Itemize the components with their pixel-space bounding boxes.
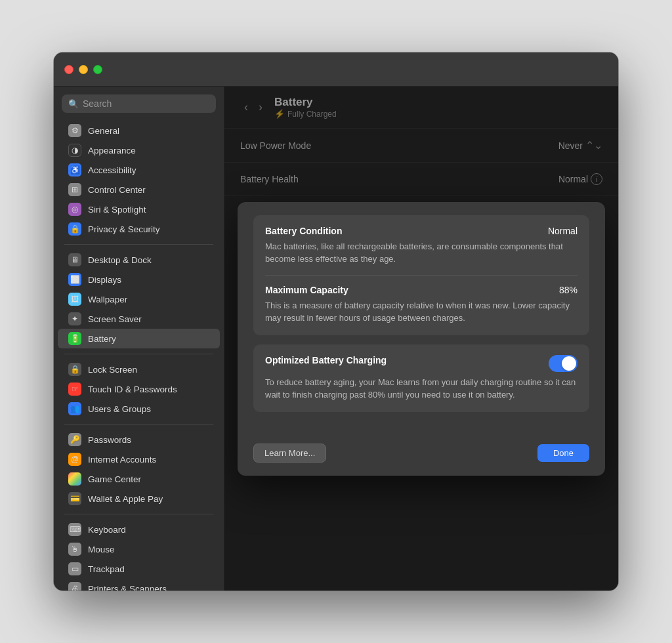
sidebar-label-gamecenter: Game Center [88, 474, 141, 484]
sidebar-label-wallpaper: Wallpaper [88, 295, 127, 304]
sidebar-item-gamecenter[interactable]: Game Center [58, 469, 220, 489]
desktop-icon: 🖥 [68, 253, 81, 266]
keyboard-icon: ⌨ [68, 523, 81, 536]
appearance-icon: ◑ [68, 144, 81, 157]
optimized-charging-section: Optimized Battery Charging To reduce bat… [253, 344, 589, 412]
battery-icon: 🔋 [68, 332, 81, 345]
search-icon: 🔍 [68, 99, 79, 109]
search-placeholder: Search [83, 98, 112, 109]
battery-condition-row: Battery Condition Normal [265, 226, 578, 236]
accessibility-icon: ♿ [68, 163, 81, 176]
sidebar-label-privacy: Privacy & Security [88, 224, 160, 234]
sidebar-label-control-center: Control Center [88, 185, 146, 195]
done-button[interactable]: Done [537, 444, 589, 462]
toggle-knob [562, 356, 576, 371]
sidebar-label-displays: Displays [88, 275, 121, 285]
trackpad-icon: ▭ [68, 562, 81, 575]
sidebar-label-passwords: Passwords [88, 435, 131, 445]
sidebar-item-wallpaper[interactable]: 🖼 Wallpaper [58, 289, 220, 309]
passwords-icon: 🔑 [68, 433, 81, 446]
internet-icon: @ [68, 453, 81, 466]
screensaver-icon: ✦ [68, 312, 81, 325]
sidebar-item-desktop[interactable]: 🖥 Desktop & Dock [58, 250, 220, 270]
modal-footer: Learn More... Done [238, 434, 605, 476]
sidebar-item-appearance[interactable]: ◑ Appearance [58, 140, 220, 160]
sidebar-item-siri[interactable]: ◎ Siri & Spotlight [58, 199, 220, 219]
sidebar-label-lockscreen: Lock Screen [88, 365, 137, 375]
sidebar-label-appearance: Appearance [88, 146, 136, 156]
battery-condition-desc: Mac batteries, like all rechargeable bat… [265, 240, 578, 266]
sidebar-label-users: Users & Groups [88, 404, 151, 414]
main-layout: 🔍 Search ⚙ General ◑ Appearance ♿ Access… [54, 87, 618, 591]
search-box[interactable]: 🔍 Search [62, 94, 216, 113]
sidebar-separator-1 [64, 244, 213, 245]
sidebar-item-passwords[interactable]: 🔑 Passwords [58, 430, 220, 449]
displays-icon: ⬜ [68, 273, 81, 286]
battery-condition-value: Normal [548, 226, 578, 236]
main-window: 🔍 Search ⚙ General ◑ Appearance ♿ Access… [54, 52, 618, 591]
sidebar-separator-4 [64, 514, 213, 514]
maximum-capacity-value: 88% [559, 285, 578, 295]
optimized-charging-row: Optimized Battery Charging [265, 355, 578, 372]
maximize-button[interactable] [93, 65, 102, 74]
sidebar-item-keyboard[interactable]: ⌨ Keyboard [58, 520, 220, 539]
sidebar-item-printers[interactable]: 🖨 Printers & Scanners [58, 579, 220, 591]
sidebar-label-keyboard: Keyboard [88, 525, 126, 535]
sidebar-item-battery[interactable]: 🔋 Battery [58, 329, 220, 348]
sidebar-item-mouse[interactable]: 🖱 Mouse [58, 539, 220, 559]
sidebar: 🔍 Search ⚙ General ◑ Appearance ♿ Access… [54, 87, 224, 591]
control-center-icon: ⊞ [68, 183, 81, 196]
content-area: ‹ › Battery ⚡ Fully Charged Low Power Mo… [224, 87, 618, 591]
modal-body: Battery Condition Normal Mac batteries, … [238, 202, 605, 434]
close-button[interactable] [64, 65, 74, 74]
sidebar-separator-2 [64, 354, 213, 354]
sidebar-separator-3 [64, 424, 213, 425]
sidebar-item-general[interactable]: ⚙ General [58, 121, 220, 140]
gamecenter-icon [68, 472, 81, 486]
modal-overlay: Battery Condition Normal Mac batteries, … [224, 87, 618, 591]
sidebar-item-touchid[interactable]: ☞ Touch ID & Passwords [58, 379, 220, 399]
sidebar-item-wallet[interactable]: 💳 Wallet & Apple Pay [58, 489, 220, 508]
sidebar-item-users[interactable]: 👥 Users & Groups [58, 399, 220, 419]
battery-condition-section: Battery Condition Normal Mac batteries, … [253, 215, 589, 335]
wallet-icon: 💳 [68, 492, 81, 505]
minimize-button[interactable] [79, 65, 88, 74]
sidebar-item-trackpad[interactable]: ▭ Trackpad [58, 559, 220, 579]
sidebar-item-privacy[interactable]: 🔒 Privacy & Security [58, 219, 220, 239]
battery-health-modal: Battery Condition Normal Mac batteries, … [238, 202, 605, 476]
learn-more-button[interactable]: Learn More... [253, 444, 326, 463]
mouse-icon: 🖱 [68, 543, 81, 556]
maximum-capacity-divider: Maximum Capacity 88% This is a measure o… [265, 275, 578, 325]
traffic-lights [64, 65, 102, 74]
users-icon: 👥 [68, 402, 81, 415]
sidebar-item-lockscreen[interactable]: 🔒 Lock Screen [58, 360, 220, 379]
sidebar-label-battery: Battery [88, 334, 116, 344]
siri-icon: ◎ [68, 203, 81, 216]
lockscreen-icon: 🔒 [68, 363, 81, 376]
optimized-charging-desc: To reduce battery aging, your Mac learns… [265, 376, 578, 402]
sidebar-label-internet: Internet Accounts [88, 455, 156, 465]
sidebar-item-control-center[interactable]: ⊞ Control Center [58, 180, 220, 199]
sidebar-label-screensaver: Screen Saver [88, 314, 142, 324]
wallpaper-icon: 🖼 [68, 293, 81, 306]
maximum-capacity-title: Maximum Capacity [265, 285, 348, 295]
maximum-capacity-row: Maximum Capacity 88% [265, 285, 578, 295]
title-bar [54, 52, 618, 87]
battery-condition-title: Battery Condition [265, 226, 342, 236]
printers-icon: 🖨 [68, 582, 81, 591]
sidebar-label-printers: Printers & Scanners [88, 584, 167, 591]
sidebar-label-siri: Siri & Spotlight [88, 205, 146, 215]
sidebar-label-desktop: Desktop & Dock [88, 255, 152, 265]
sidebar-label-accessibility: Accessibility [88, 165, 136, 175]
optimized-charging-toggle[interactable] [549, 355, 578, 372]
sidebar-label-wallet: Wallet & Apple Pay [88, 494, 163, 504]
sidebar-label-general: General [88, 126, 119, 136]
sidebar-item-displays[interactable]: ⬜ Displays [58, 270, 220, 289]
sidebar-item-screensaver[interactable]: ✦ Screen Saver [58, 309, 220, 329]
touchid-icon: ☞ [68, 383, 81, 396]
sidebar-label-mouse: Mouse [88, 545, 115, 554]
sidebar-item-internet[interactable]: @ Internet Accounts [58, 449, 220, 469]
sidebar-item-accessibility[interactable]: ♿ Accessibility [58, 160, 220, 180]
sidebar-label-trackpad: Trackpad [88, 564, 125, 574]
sidebar-label-touchid: Touch ID & Passwords [88, 384, 177, 394]
